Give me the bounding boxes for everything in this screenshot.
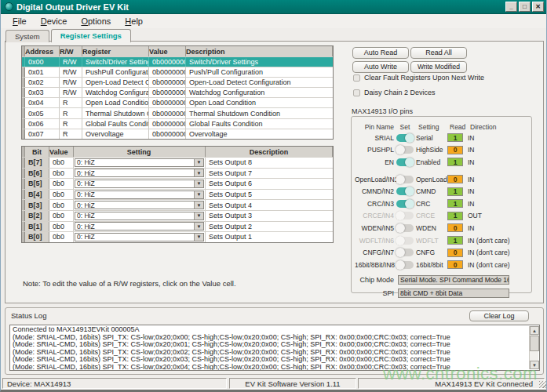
bit-setting-cell: 0: HiZ ▼ xyxy=(74,200,206,210)
col-bit-description: Description xyxy=(206,147,333,157)
chevron-down-icon[interactable]: ▼ xyxy=(194,159,203,166)
scroll-down-icon[interactable]: ▼ xyxy=(530,361,539,369)
scroll-thumb[interactable] xyxy=(530,336,539,351)
pin-name: PUSHPL xyxy=(355,146,394,154)
setting-value: 0: HiZ xyxy=(75,212,194,220)
checkbox-icon[interactable] xyxy=(353,74,360,82)
auto-write-button[interactable]: Auto Write xyxy=(352,61,409,73)
io-pin-row: CRC/IN3 CRC 1 IN xyxy=(355,198,530,210)
io-pin-row: SRIAL Serial 1 IN xyxy=(355,132,530,144)
bit-value[interactable]: 0b0 xyxy=(49,232,74,242)
maximize-button[interactable]: □ xyxy=(519,2,531,12)
menu-item[interactable]: File xyxy=(5,15,34,27)
register-value[interactable]: 0b00000000 xyxy=(149,78,186,87)
pin-toggle[interactable] xyxy=(396,249,414,256)
pin-name: CNFG/IN7 xyxy=(355,249,394,256)
tab[interactable]: System xyxy=(5,30,49,42)
chevron-down-icon[interactable]: ▼ xyxy=(194,191,203,198)
pin-toggle[interactable] xyxy=(396,187,414,195)
bit-value[interactable]: 0b0 xyxy=(49,200,74,210)
pin-toggle[interactable] xyxy=(396,224,414,232)
log-scrollbar[interactable]: ▲ ▼ xyxy=(529,326,538,369)
chevron-down-icon[interactable]: ▼ xyxy=(194,212,203,220)
pin-name: OpenLoad/IN1 xyxy=(355,176,394,183)
pin-toggle[interactable] xyxy=(396,146,414,154)
pin-toggle[interactable] xyxy=(396,212,414,220)
register-row[interactable]: 0x01 R/W PushPull Configuration 0b000000… xyxy=(22,67,333,77)
col-pin-setting: Setting xyxy=(418,123,450,131)
chevron-down-icon[interactable]: ▼ xyxy=(194,180,203,187)
register-description: Open-Load Detect Configuration xyxy=(186,78,333,87)
chevron-down-icon[interactable]: ▼ xyxy=(194,234,203,241)
pin-read-indicator: 0 xyxy=(447,249,463,257)
setting-dropdown[interactable]: 0: HiZ ▼ xyxy=(75,212,204,220)
setting-dropdown[interactable]: 0: HiZ ▼ xyxy=(75,158,204,167)
read-all-button[interactable]: Read All xyxy=(410,47,467,59)
register-value[interactable]: 0b00000000 xyxy=(149,108,186,118)
menu-item[interactable]: Options xyxy=(74,15,118,27)
resize-grip[interactable] xyxy=(539,381,546,388)
register-value[interactable]: 0b00000000 xyxy=(149,57,186,67)
bit-value[interactable]: 0b0 xyxy=(49,158,74,168)
register-value[interactable]: 0b00000000 xyxy=(149,98,186,107)
register-row[interactable]: 0x00 R/W Switch/Driver Settings 0b000000… xyxy=(22,56,333,67)
pin-toggle[interactable] xyxy=(396,261,414,269)
register-value[interactable]: 0b00000000 xyxy=(149,129,186,139)
bit-value[interactable]: 0b0 xyxy=(49,211,74,221)
register-row[interactable]: 0x06 R Global Faults Condition 0b0000000… xyxy=(22,118,333,129)
pin-toggle[interactable] xyxy=(396,134,414,142)
register-row[interactable]: 0x03 R/W Watchdog Configuration 0b000000… xyxy=(22,87,333,97)
menu-item[interactable]: Help xyxy=(118,15,150,27)
pin-name: EN xyxy=(355,158,394,166)
pin-toggle[interactable] xyxy=(396,176,414,183)
setting-dropdown[interactable]: 0: HiZ ▼ xyxy=(75,222,204,230)
register-value[interactable]: 0b00000000 xyxy=(149,119,186,129)
checkbox-icon[interactable] xyxy=(353,89,360,96)
pin-toggle[interactable] xyxy=(396,237,414,245)
bit-setting-cell: 0: HiZ ▼ xyxy=(74,158,206,168)
bit-row: B[0] 0b0 0: HiZ ▼ Sets Output 1 xyxy=(22,231,333,242)
pin-toggle[interactable] xyxy=(396,200,414,208)
menu-item[interactable]: Device xyxy=(34,15,75,27)
setting-value: 0: HiZ xyxy=(75,234,194,241)
register-row[interactable]: 0x02 R/W Open-Load Detect Confi... 0b000… xyxy=(22,77,333,87)
chevron-down-icon[interactable]: ▼ xyxy=(194,201,203,209)
pin-toggle[interactable] xyxy=(396,158,414,166)
bit-row: B[6] 0b0 0: HiZ ▼ Sets Output 7 xyxy=(22,168,333,179)
setting-dropdown[interactable]: 0: HiZ ▼ xyxy=(75,191,204,199)
pin-direction: IN xyxy=(468,146,475,154)
auto-read-button[interactable]: Auto Read xyxy=(352,47,409,59)
register-value[interactable]: 0b00000000 xyxy=(149,67,186,77)
chevron-down-icon[interactable]: ▼ xyxy=(194,223,203,230)
daisy-chain-checkbox-row[interactable]: Daisy Chain 2 Devices xyxy=(353,89,436,96)
pin-direction: IN (don't care) xyxy=(468,261,510,269)
register-value[interactable]: 0b00000000 xyxy=(149,88,186,97)
setting-dropdown[interactable]: 0: HiZ ▼ xyxy=(75,201,204,209)
register-description: Thermal Shutdown Condition xyxy=(186,108,333,118)
io-pin-row: PUSHPL HighSide 0 IN xyxy=(355,144,530,157)
scroll-up-icon[interactable]: ▲ xyxy=(530,326,539,335)
bit-value[interactable]: 0b0 xyxy=(49,222,74,232)
register-address: 0x07 xyxy=(25,129,60,139)
clear-fault-checkbox-row[interactable]: Clear Fault Registers Upon Next Write xyxy=(353,74,484,82)
register-row[interactable]: 0x07 R Overvoltage 0b00000000 Overvoltag… xyxy=(22,129,333,139)
bit-label: B[1] xyxy=(25,222,49,232)
setting-dropdown[interactable]: 0: HiZ ▼ xyxy=(75,180,204,188)
tab[interactable]: Register Settings xyxy=(51,29,131,42)
clear-log-button[interactable]: Clear Log xyxy=(469,310,529,321)
chevron-down-icon[interactable]: ▼ xyxy=(194,169,203,176)
setting-dropdown[interactable]: 0: HiZ ▼ xyxy=(75,233,204,241)
register-row[interactable]: 0x04 R Open Load Condition 0b00000000 Op… xyxy=(22,97,333,107)
bit-value[interactable]: 0b0 xyxy=(49,169,74,179)
register-row[interactable]: 0x05 R Thermal Shutdown Con... 0b0000000… xyxy=(22,107,333,118)
bit-value[interactable]: 0b0 xyxy=(49,190,74,200)
pin-read-indicator: 1 xyxy=(447,212,463,220)
setting-dropdown[interactable]: 0: HiZ ▼ xyxy=(75,169,204,177)
minimize-button[interactable]: _ xyxy=(505,2,517,12)
bit-value[interactable]: 0b0 xyxy=(49,179,74,189)
write-modified-button[interactable]: Write Modified xyxy=(410,61,467,73)
close-button[interactable]: ✕ xyxy=(532,2,544,12)
pin-direction: OUT xyxy=(468,212,482,220)
bit-description: Sets Output 5 xyxy=(206,190,333,200)
setting-value: 0: HiZ xyxy=(75,169,194,176)
